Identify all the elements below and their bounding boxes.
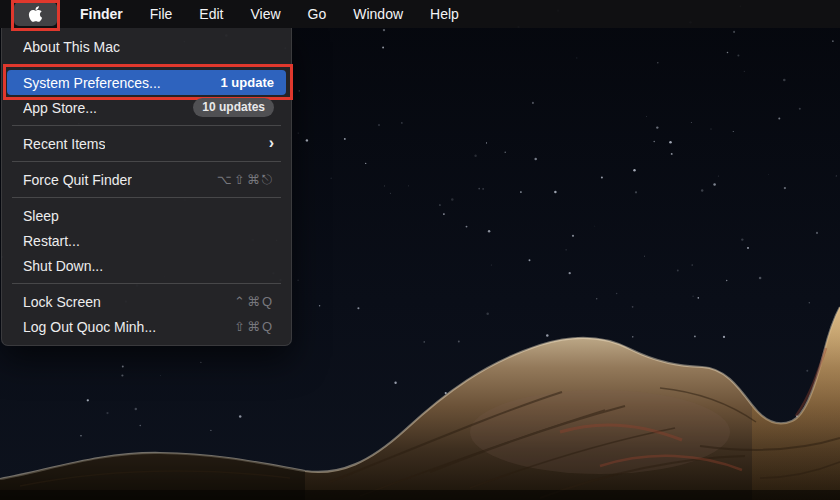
menubar-item-go[interactable]: Go xyxy=(308,6,327,22)
menu-item-accessory: ⌃⌘Q xyxy=(234,294,274,309)
menu-item-label: Lock Screen xyxy=(23,294,101,310)
menubar-app-menus: FinderFileEditViewGoWindowHelp xyxy=(80,6,459,22)
menu-item-lock-screen[interactable]: Lock Screen ⌃⌘Q xyxy=(7,289,286,314)
menu-item-accessory: › xyxy=(269,136,274,152)
desktop: About This Mac System Preferences... 1 u… xyxy=(0,0,840,500)
menu-item-label: Shut Down... xyxy=(23,258,103,274)
menubar-item-window[interactable]: Window xyxy=(353,6,403,22)
menu-item-label: Sleep xyxy=(23,208,59,224)
menu-item-app-store[interactable]: App Store... 10 updates xyxy=(7,95,286,120)
keyboard-shortcut: ⌃⌘Q xyxy=(234,294,274,309)
menu-item-label: Recent Items xyxy=(23,136,105,152)
menu-item-recent-items[interactable]: Recent Items › xyxy=(7,131,286,156)
menu-item-accessory: 10 updates xyxy=(193,98,274,116)
menu-bar: FinderFileEditViewGoWindowHelp xyxy=(0,0,840,28)
menu-item-sleep[interactable]: Sleep xyxy=(7,203,286,228)
menu-item-accessory: ⇧⌘Q xyxy=(234,319,274,334)
menu-item-force-quit-finder[interactable]: Force Quit Finder ⌥⇧⌘⎋ xyxy=(7,167,286,192)
menu-item-label: Log Out Quoc Minh... xyxy=(23,319,156,335)
updates-badge: 10 updates xyxy=(193,98,274,116)
apple-menu-dropdown: About This Mac System Preferences... 1 u… xyxy=(1,28,292,346)
keyboard-shortcut: ⌥⇧⌘⎋ xyxy=(217,172,274,188)
menu-separator xyxy=(12,64,281,65)
menu-item-accessory: 1 update xyxy=(221,75,274,90)
menu-item-label: About This Mac xyxy=(23,39,120,55)
update-count-label: 1 update xyxy=(221,75,274,90)
menu-item-label: System Preferences... xyxy=(23,75,161,91)
menu-item-label: Force Quit Finder xyxy=(23,172,132,188)
menu-item-system-preferences[interactable]: System Preferences... 1 update xyxy=(7,70,286,95)
menu-separator xyxy=(12,161,281,162)
menubar-item-help[interactable]: Help xyxy=(430,6,459,22)
menu-item-label: App Store... xyxy=(23,100,97,116)
keyboard-shortcut: ⇧⌘Q xyxy=(234,319,274,334)
apple-menu-button[interactable] xyxy=(14,2,57,26)
menubar-item-finder[interactable]: Finder xyxy=(80,6,123,22)
menu-item-log-out-quoc-minh[interactable]: Log Out Quoc Minh... ⇧⌘Q xyxy=(7,314,286,339)
menu-item-label: Restart... xyxy=(23,233,80,249)
apple-logo-icon xyxy=(14,2,57,26)
menubar-item-edit[interactable]: Edit xyxy=(199,6,223,22)
submenu-chevron-icon: › xyxy=(269,135,274,151)
menu-separator xyxy=(12,283,281,284)
menubar-item-view[interactable]: View xyxy=(250,6,280,22)
menubar-item-file[interactable]: File xyxy=(150,6,173,22)
menu-separator xyxy=(12,125,281,126)
menu-item-restart[interactable]: Restart... xyxy=(7,228,286,253)
menu-item-shut-down[interactable]: Shut Down... xyxy=(7,253,286,278)
menu-separator xyxy=(12,197,281,198)
menu-item-accessory: ⌥⇧⌘⎋ xyxy=(217,172,274,188)
menu-item-about-this-mac[interactable]: About This Mac xyxy=(7,34,286,59)
